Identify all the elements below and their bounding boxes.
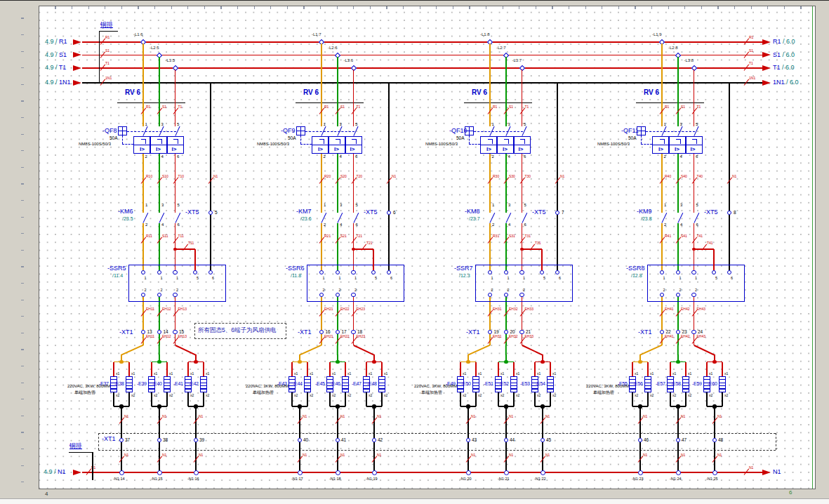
busbar-terminal[interactable] xyxy=(336,470,340,475)
heater-element[interactable] xyxy=(304,376,311,392)
ruler-tick-top xyxy=(138,6,138,9)
wire-fan-supply xyxy=(522,248,543,250)
wire-tag: N1 xyxy=(471,415,475,418)
busbar-terminal-label: -N1:14 xyxy=(113,477,125,482)
wire-phase xyxy=(694,69,695,126)
ruler-tick-left xyxy=(21,250,24,251)
wire-tag: T1 xyxy=(178,105,183,109)
wire-tag: S30 xyxy=(509,175,515,178)
ssr-label: -SSR7 xyxy=(454,265,473,272)
wire-neutral xyxy=(729,215,730,270)
breaker-linkage xyxy=(122,144,133,145)
busbar-terminal[interactable] xyxy=(372,470,377,475)
heater-element[interactable] xyxy=(719,376,726,392)
wire-phase xyxy=(159,345,160,355)
wire-tag: N1 xyxy=(199,415,203,418)
bus-ref: 4.9 / xyxy=(45,38,59,45)
busbar-terminal[interactable] xyxy=(298,470,303,475)
bus-ref: / 6.0 xyxy=(782,64,795,71)
busbar-terminal[interactable] xyxy=(466,470,471,475)
ruler-tick-left xyxy=(21,482,24,482)
bus-label-right: T1 / 6.0 xyxy=(773,65,795,71)
heater-element[interactable] xyxy=(644,376,651,392)
wire-tag: N1 xyxy=(732,175,736,178)
heater-pin: x1 xyxy=(294,372,298,376)
breaker-thermal-symbol xyxy=(488,139,493,144)
busbar-terminal[interactable] xyxy=(119,470,124,475)
wire-tag: T11 xyxy=(188,241,194,245)
ruler-tick-top xyxy=(585,6,586,9)
heater-pin: x1 xyxy=(500,372,504,376)
pin-number: 6 xyxy=(524,154,526,159)
horizontal-scrollbar[interactable] xyxy=(0,498,829,504)
heater-return-stub xyxy=(113,392,114,406)
ruler-tick-top xyxy=(254,6,255,9)
pin-number: 1 xyxy=(324,122,326,126)
breaker-thermal-symbol xyxy=(336,139,340,144)
heater-label: -E56 xyxy=(633,381,643,386)
heater-element[interactable] xyxy=(472,376,479,392)
heater-element[interactable] xyxy=(126,376,133,392)
wire-tag: S40 xyxy=(681,175,687,178)
heater-element[interactable] xyxy=(342,376,349,392)
busbar-terminal[interactable] xyxy=(194,470,199,475)
schematic-canvas[interactable]: 4.9 / R1R1 / 6.0R1R14.9 / S1S1 / 6.0S1S1… xyxy=(0,0,829,504)
heater-note: 220VAC, 3KW, 800MM xyxy=(586,384,629,388)
heater-return-stub xyxy=(685,392,687,406)
bus-name: R1 xyxy=(59,38,67,45)
wire-tag: R1 xyxy=(146,105,150,109)
heater-element[interactable] xyxy=(547,376,554,392)
busbar-terminal[interactable] xyxy=(676,470,681,475)
busbar-terminal[interactable] xyxy=(638,470,643,475)
heater-pin: x2 xyxy=(347,394,351,397)
busbar-terminal[interactable] xyxy=(504,470,509,475)
bus-ref: / 6.0 xyxy=(786,79,799,86)
pin-number: 4 xyxy=(680,223,682,227)
wire-tag: 1N1 xyxy=(749,77,755,80)
breaker-thermal-symbol xyxy=(520,139,525,144)
heater-element[interactable] xyxy=(378,376,385,392)
busbar-terminal[interactable] xyxy=(540,470,545,475)
busbar-terminal-label: -N1:19 xyxy=(366,477,378,482)
wire-phase xyxy=(489,44,491,126)
wire-phase xyxy=(677,223,679,270)
heater-pin: x1 xyxy=(688,372,691,376)
heater-feed-stub xyxy=(513,362,515,377)
pin-number: 5 xyxy=(524,203,526,207)
pin-number: 4 xyxy=(340,223,342,227)
wire-neutral xyxy=(714,406,715,438)
ruler-tick-left xyxy=(21,316,24,317)
wire-neutral xyxy=(373,442,375,471)
busbar-terminal[interactable] xyxy=(157,470,162,475)
heater-element[interactable] xyxy=(510,376,517,392)
wire-phase xyxy=(522,69,523,126)
pin-number: 5 xyxy=(356,203,358,207)
wire-neutral xyxy=(337,442,338,471)
wire-tag: EH11 xyxy=(146,307,154,311)
bus-arrow-right xyxy=(762,52,771,58)
wire-phase xyxy=(505,223,507,270)
bus-label-right: R1 / 6.0 xyxy=(773,39,795,45)
heater-element[interactable] xyxy=(682,376,689,392)
heater-return-stub xyxy=(460,392,461,406)
bus-arrow-left xyxy=(73,52,81,58)
breaker-thermal-symbol xyxy=(352,139,357,144)
pin-number: 4 xyxy=(680,154,682,159)
wire-neutral xyxy=(388,84,390,211)
terminal-number: 40 xyxy=(303,438,308,443)
ssr-ref: /11.4 xyxy=(112,273,123,278)
heater-feed-stub xyxy=(550,362,551,377)
heater-feed-stub xyxy=(128,362,130,377)
junction xyxy=(676,360,679,364)
heater-return-stub xyxy=(670,392,671,406)
heater-element[interactable] xyxy=(200,376,207,392)
busbar-terminal[interactable] xyxy=(712,470,717,475)
wire-phase xyxy=(337,345,338,355)
breaker-model: NM8S-100S/50/3 xyxy=(257,142,289,146)
ruler-tick-top xyxy=(420,6,420,9)
heater-element[interactable] xyxy=(164,376,171,392)
wire-tag: N1 xyxy=(124,415,128,418)
wire-fan-supply xyxy=(541,249,543,270)
wire-tag: EH12 xyxy=(162,335,171,338)
heater-feed-stub xyxy=(366,362,367,377)
